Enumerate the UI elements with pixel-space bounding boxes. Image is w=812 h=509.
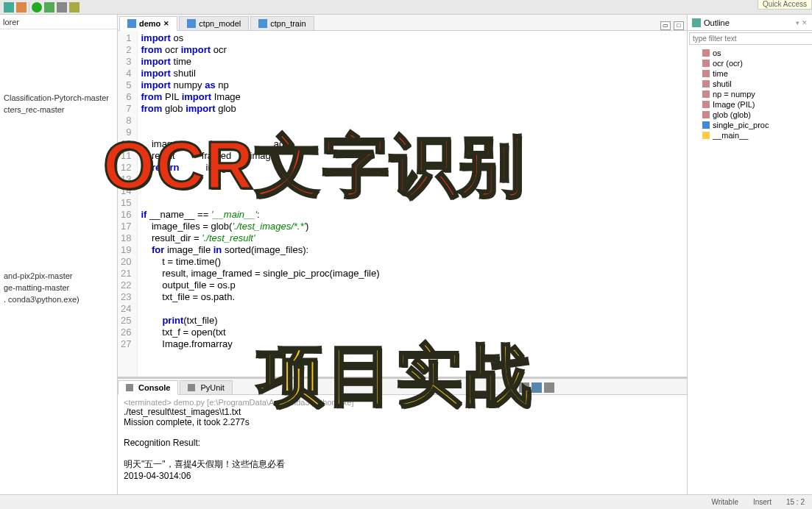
- console-pin-icon[interactable]: [519, 382, 529, 393]
- console-tab-Console[interactable]: Console: [118, 380, 178, 395]
- outline-item[interactable]: single_pic_proc: [692, 120, 808, 130]
- editor-tab-ctpn_model[interactable]: ctpn_model: [179, 16, 249, 30]
- status-cursor-pos: 15 : 2: [786, 498, 805, 506]
- terminated-label: <terminated> demo.py [e:\ProgramData\Ana…: [124, 398, 681, 407]
- outline-func-icon: [702, 121, 710, 129]
- project-item[interactable]: and-pix2pix-master: [4, 270, 113, 282]
- console-tab-icon: [188, 384, 195, 391]
- outline-item[interactable]: __main__: [692, 130, 808, 140]
- console-scroll-icon[interactable]: [532, 382, 542, 393]
- maximize-icon[interactable]: □: [674, 21, 684, 30]
- editor-tab-demo[interactable]: demo ✕: [119, 16, 177, 31]
- outline-import-icon: [702, 49, 710, 57]
- outline-import-icon: [702, 60, 710, 67]
- console-tab-PyUnit[interactable]: PyUnit: [180, 380, 232, 394]
- clear-console-icon[interactable]: [506, 382, 517, 393]
- toolbar-icon[interactable]: [57, 2, 67, 13]
- python-file-icon: [258, 19, 267, 28]
- debug-icon[interactable]: [44, 2, 54, 13]
- console-tab-icon: [126, 384, 133, 391]
- code-editor[interactable]: 1234567891011121314151617181920212223242…: [118, 31, 687, 377]
- outline-filter-input[interactable]: [689, 32, 812, 45]
- project-item[interactable]: ge-matting-master: [4, 282, 113, 293]
- outline-item[interactable]: Image (PIL): [692, 99, 808, 110]
- project-item[interactable]: Classification-Pytorch-master: [4, 92, 113, 104]
- outline-tools[interactable]: ▾ ✕: [796, 19, 808, 26]
- outline-import-icon: [702, 111, 710, 118]
- console-panel: Console PyUnit <terminated> demo.py [e:\…: [118, 377, 687, 494]
- run-icon[interactable]: [32, 2, 42, 13]
- project-explorer: lorer Classification-Pytorch-master cter…: [0, 15, 118, 494]
- outline-import-icon: [702, 101, 710, 108]
- status-writable: Writable: [711, 498, 738, 506]
- outline-item[interactable]: glob (glob): [692, 110, 808, 120]
- toolbar-icon[interactable]: [69, 2, 80, 13]
- outline-import-icon: [702, 70, 710, 77]
- python-file-icon: [127, 19, 136, 28]
- toolbar-icon[interactable]: [4, 2, 14, 13]
- outline-import-icon: [702, 90, 710, 98]
- minimize-icon[interactable]: ▭: [660, 21, 671, 30]
- toolbar-icon[interactable]: [16, 2, 27, 13]
- console-output[interactable]: <terminated> demo.py [e:\ProgramData\Ana…: [118, 395, 687, 494]
- outline-icon: [692, 18, 701, 27]
- main-toolbar: [0, 0, 812, 15]
- quick-access-button[interactable]: Quick Access: [758, 0, 812, 10]
- project-item[interactable]: . conda3\python.exe): [4, 293, 113, 305]
- editor-tab-ctpn_train[interactable]: ctpn_train: [250, 16, 314, 30]
- outline-main-icon: [702, 132, 710, 139]
- outline-item[interactable]: shutil: [692, 79, 808, 89]
- outline-item[interactable]: os: [692, 48, 808, 58]
- outline-panel: Outline ▾ ✕ osocr (ocr)timeshutilnp = nu…: [687, 15, 812, 494]
- outline-item[interactable]: time: [692, 68, 808, 79]
- outline-item[interactable]: ocr (ocr): [692, 58, 808, 68]
- outline-item[interactable]: np = numpy: [692, 89, 808, 99]
- project-item[interactable]: cters_rec-master: [4, 104, 113, 115]
- outline-title: Outline: [704, 18, 730, 27]
- editor-tabs: demo ✕ctpn_modelctpn_train ▭ □: [118, 15, 687, 31]
- status-insert: Insert: [753, 498, 772, 506]
- outline-import-icon: [702, 80, 710, 88]
- explorer-title: lorer: [0, 15, 117, 29]
- status-bar: Writable Insert 15 : 2: [0, 494, 812, 509]
- console-dropdown-icon[interactable]: [544, 382, 554, 393]
- python-file-icon: [187, 19, 196, 28]
